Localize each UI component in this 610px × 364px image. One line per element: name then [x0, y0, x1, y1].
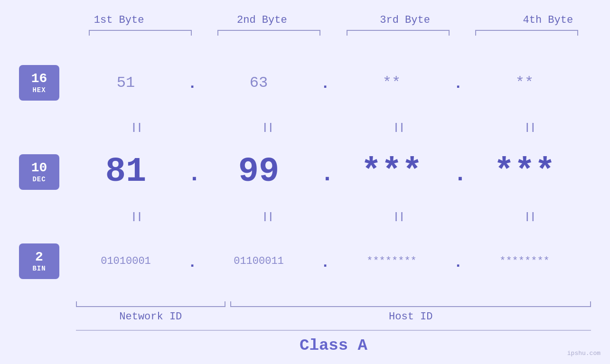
eq1-3: || [338, 122, 460, 133]
dec-byte1: 81 [64, 152, 188, 191]
hex-byte4: ** [463, 74, 586, 92]
dec-byte2: 99 [197, 152, 320, 191]
bracket-1 [89, 30, 192, 36]
bin-row: 2 BIN 01010001 . 01100011 . ******** . *… [19, 224, 591, 299]
bottom-brackets [76, 301, 591, 307]
eq1-2: || [207, 122, 328, 133]
class-bracket-line [76, 330, 591, 331]
dec-byte3: *** [330, 152, 453, 191]
dec-byte4: *** [463, 152, 586, 191]
col-header-2: 2nd Byte [190, 14, 333, 30]
dec-badge-number: 10 [31, 161, 47, 176]
equals-row-1: || || || || [76, 120, 591, 134]
bracket-3 [347, 30, 450, 36]
network-bracket [76, 301, 225, 307]
dec-dot2: . [320, 161, 330, 187]
col-header-1: 1st Byte [47, 14, 190, 30]
equals-row-2: || || || || [76, 210, 591, 224]
bin-values: 01010001 . 01100011 . ******** . *******… [59, 254, 591, 269]
eq2-4: || [469, 211, 591, 222]
bracket-4 [475, 30, 578, 36]
bracket-cell-3 [334, 30, 462, 36]
class-label: Class A [76, 336, 591, 355]
bracket-cell-4 [462, 30, 591, 36]
eq2-2: || [207, 211, 328, 222]
dec-badge: 10 DEC [19, 154, 59, 190]
bin-dot1: . [188, 254, 197, 271]
top-brackets [76, 30, 591, 36]
network-id-label: Network ID [76, 311, 225, 323]
hex-byte1: 51 [64, 74, 188, 92]
dec-dot3: . [453, 161, 463, 187]
eq2-1: || [76, 211, 197, 222]
hex-dot1: . [188, 75, 197, 93]
bin-badge-label: BIN [32, 265, 46, 272]
bracket-cell-2 [205, 30, 333, 36]
host-id-label: Host ID [230, 311, 591, 323]
bracket-cell-1 [76, 30, 205, 36]
eq1-1: || [76, 122, 197, 133]
main-container: 1st Byte 2nd Byte 3rd Byte 4th Byte 16 H… [0, 0, 610, 364]
host-bracket [230, 301, 591, 307]
hex-dot3: . [453, 75, 463, 93]
hex-badge-label: HEX [32, 86, 46, 94]
hex-badge-number: 16 [31, 72, 47, 86]
bin-byte4: ******** [463, 255, 586, 267]
hex-row: 16 HEX 51 . 63 . ** . ** [19, 45, 591, 120]
hex-byte3: ** [330, 74, 453, 92]
bottom-labels: Network ID Host ID [76, 311, 591, 323]
bin-byte2: 01100011 [197, 255, 320, 267]
hex-values: 51 . 63 . ** . ** [59, 74, 591, 92]
dec-badge-label: DEC [32, 176, 46, 183]
column-headers: 1st Byte 2nd Byte 3rd Byte 4th Byte [47, 14, 610, 30]
col-header-3: 3rd Byte [334, 14, 477, 30]
bin-byte3: ******** [330, 255, 453, 267]
hex-byte2: 63 [197, 74, 320, 92]
watermark: ipshu.com [567, 350, 601, 357]
bin-dot3: . [453, 254, 463, 271]
hex-dot2: . [320, 75, 330, 93]
bottom-section: Network ID Host ID [76, 299, 591, 323]
class-section: Class A [76, 330, 591, 355]
bin-badge: 2 BIN [19, 243, 59, 279]
dec-row: 10 DEC 81 . 99 . *** . *** [19, 134, 591, 209]
hex-badge: 16 HEX [19, 65, 59, 101]
eq2-3: || [338, 211, 460, 222]
col-header-4: 4th Byte [477, 14, 610, 30]
bracket-2 [217, 30, 320, 36]
dec-values: 81 . 99 . *** . *** [59, 152, 591, 191]
bin-badge-number: 2 [35, 250, 43, 265]
bin-dot2: . [320, 254, 330, 271]
dec-dot1: . [188, 161, 197, 187]
eq1-4: || [469, 122, 591, 133]
bin-byte1: 01010001 [64, 255, 188, 267]
